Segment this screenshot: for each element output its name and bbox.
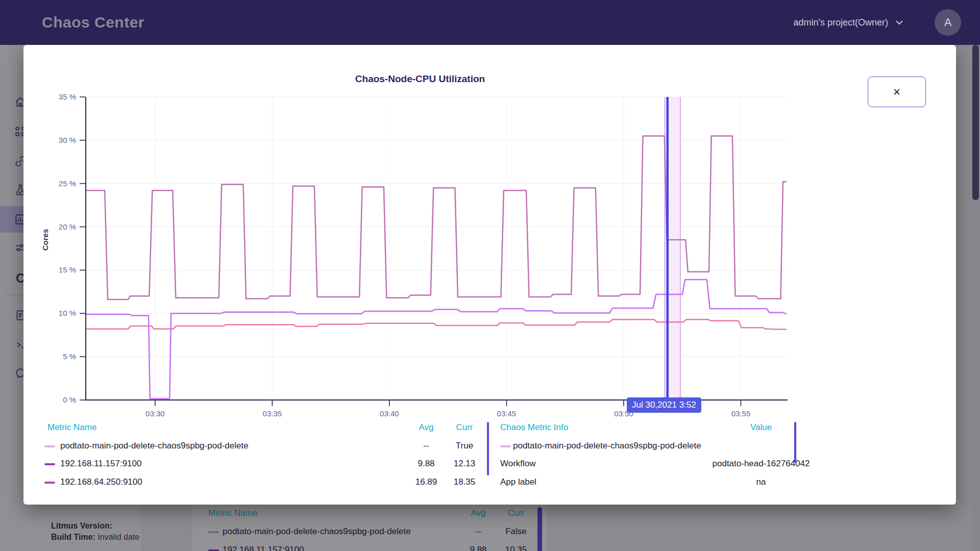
legend-row-curr: True [447,441,482,451]
chaos-info-header: Chaos Metric Info [500,422,568,433]
x-tick-label: 03:35 [263,409,282,418]
legend-row-curr: 12.13 [447,459,482,469]
top-bar: Chaos Center admin's project(Owner) A [0,0,980,45]
chaos-info-swatch [500,445,511,447]
x-tick-label: 03:30 [145,409,165,418]
series-line [86,319,786,330]
chaos-info-row-name: Workflow [500,459,536,469]
chaos-info-row-value: podtato-head-162764042 [684,459,838,469]
y-tick-label: 15 % [59,265,76,274]
y-tick-label: 30 % [59,136,76,144]
project-selector[interactable]: admin's project(Owner) [794,0,904,45]
chaos-info-divider [794,422,796,463]
series-line [86,136,786,299]
project-selector-label: admin's project(Owner) [794,17,889,28]
legend-row-avg: 9.88 [410,459,442,469]
x-tick-label: 03:40 [380,409,399,418]
y-tick-label: 5 % [63,352,76,361]
x-tick-label: 03:45 [497,409,517,418]
metric-detail-modal: Chaos-Node-CPU Utilization ✕ 0 %5 %10 %1… [23,45,956,505]
legend-row-name[interactable]: podtato-main-pod-delete-chaos9spbg-pod-d… [60,441,249,451]
legend-row-avg: 16.89 [410,477,442,487]
avatar-letter: A [944,16,952,29]
y-tick-label: 0 % [63,395,76,404]
legend-header-curr: Curr [447,422,482,433]
y-tick-label: 25 % [59,179,76,188]
y-axis-title: Cores [41,229,50,251]
x-tick-label: 03:55 [731,409,751,418]
y-tick-label: 10 % [59,309,76,317]
legend-header-avg: Avg [410,422,442,433]
legend-swatch [44,482,55,484]
legend-row-name[interactable]: 192.168.64.250:9100 [60,477,142,487]
chaos-info-row-value: na [684,477,838,487]
legend-divider [487,422,489,475]
legend-row-name[interactable]: 192.168.11.157:9100 [60,459,141,469]
cpu-utilization-chart[interactable]: 0 %5 %10 %15 %20 %25 %30 %35 %03:3003:35… [23,45,956,505]
chaos-info-row-name: podtato-main-pod-delete-chaos9spbg-pod-d… [513,441,701,451]
chevron-down-icon [895,20,903,25]
app-title: Chaos Center [42,0,144,45]
y-tick-label: 35 % [59,92,76,101]
legend-row-avg: -- [410,441,442,451]
legend-swatch [44,463,55,465]
chaos-info-row-name: App label [500,477,536,487]
chaos-info-value-header: Value [684,422,838,433]
legend-header-metric-name: Metric Name [47,422,96,433]
chart-tooltip: Jul 30,2021 3:52 [627,397,701,413]
legend-row-curr: 18.35 [447,477,482,487]
y-tick-label: 20 % [59,222,76,231]
avatar[interactable]: A [935,9,961,36]
legend-swatch [44,445,55,447]
